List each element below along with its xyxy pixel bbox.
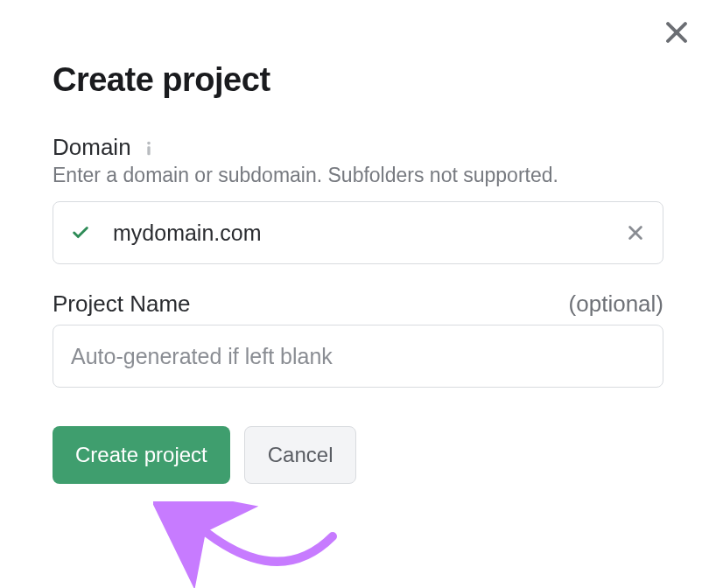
project-name-input-wrap[interactable] [53, 325, 663, 388]
domain-label-row: Domain [53, 134, 158, 161]
project-name-input[interactable] [71, 344, 645, 369]
domain-field: Domain Enter a domain or subdomain. Subf… [53, 134, 663, 264]
clear-domain-button[interactable] [626, 223, 645, 242]
domain-helper-text: Enter a domain or subdomain. Subfolders … [53, 161, 663, 189]
project-name-field: Project Name (optional) [53, 290, 663, 388]
svg-point-2 [147, 141, 151, 144]
project-name-label-row: Project Name (optional) [53, 290, 663, 318]
pointer-arrow-annotation [153, 501, 354, 588]
info-icon[interactable] [140, 139, 158, 157]
domain-input[interactable]: mydomain.com [53, 201, 663, 264]
project-name-label: Project Name [53, 290, 191, 318]
close-icon [662, 18, 691, 47]
svg-rect-3 [147, 146, 150, 155]
create-project-button[interactable]: Create project [53, 426, 230, 484]
action-buttons: Create project Cancel [53, 426, 663, 484]
check-icon [71, 223, 90, 242]
modal-title: Create project [53, 61, 663, 99]
cancel-button[interactable]: Cancel [244, 426, 357, 484]
optional-hint: (optional) [569, 290, 663, 318]
domain-value: mydomain.com [113, 220, 619, 246]
domain-label: Domain [53, 134, 131, 161]
close-button[interactable] [662, 18, 691, 47]
